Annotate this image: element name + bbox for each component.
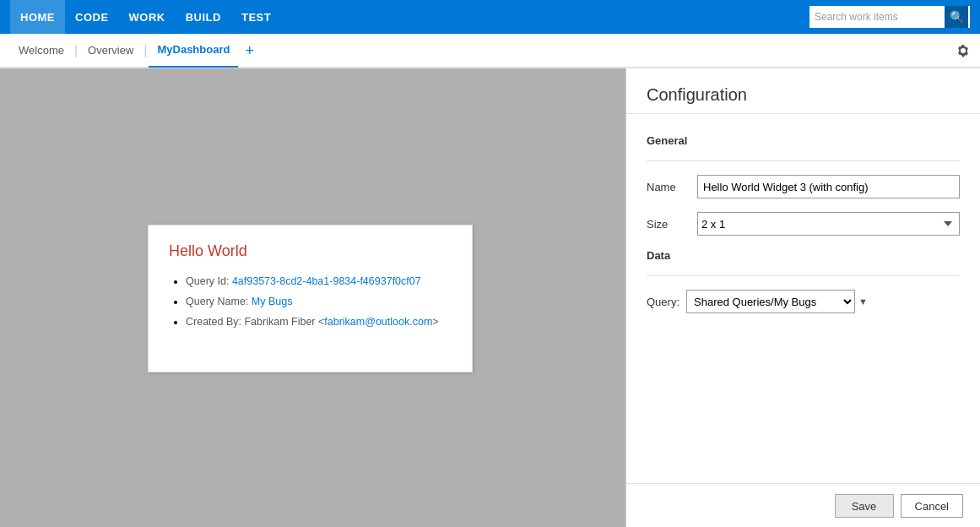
- config-body: General Name Size 2 x 1 2 x 2 4 x 1 4 x …: [626, 114, 980, 483]
- nav-build[interactable]: BUILD: [176, 0, 231, 34]
- query-id-value: 4af93573-8cd2-4ba1-9834-f46937f0cf07: [232, 275, 421, 287]
- sub-nav-add-button[interactable]: +: [238, 43, 261, 58]
- size-field: Size 2 x 1 2 x 2 4 x 1 4 x 2: [647, 212, 960, 236]
- nav-code[interactable]: CODE: [65, 0, 119, 34]
- sub-nav-overview[interactable]: Overview: [79, 34, 142, 68]
- search-button[interactable]: 🔍: [945, 6, 968, 28]
- query-label: Query:: [647, 296, 680, 308]
- widget-card: Hello World Query Id: 4af93573-8cd2-4ba1…: [148, 225, 473, 372]
- sub-nav-sep-1: |: [73, 43, 79, 58]
- sub-nav: Welcome | Overview | MyDashboard +: [0, 34, 980, 68]
- general-section-title: General: [647, 134, 960, 147]
- data-divider: [647, 275, 960, 276]
- query-id-label: Query Id:: [186, 275, 232, 287]
- name-input[interactable]: [697, 175, 960, 198]
- sub-nav-wrapper: Welcome | Overview | MyDashboard +: [0, 34, 980, 68]
- sub-nav-mydashboard[interactable]: MyDashboard: [149, 34, 238, 68]
- widget-list: Query Id: 4af93573-8cd2-4ba1-9834-f46937…: [169, 272, 452, 332]
- config-footer: Save Cancel: [626, 483, 980, 527]
- save-button[interactable]: Save: [835, 494, 894, 518]
- created-by-label: Created By: Fabrikam Fiber <: [186, 316, 324, 328]
- dashboard-area: Hello World Query Id: 4af93573-8cd2-4ba1…: [0, 68, 625, 527]
- sub-nav-welcome[interactable]: Welcome: [10, 34, 73, 68]
- query-name-value: My Bugs: [252, 296, 293, 307]
- search-box: 🔍: [809, 6, 970, 28]
- config-title: Configuration: [647, 85, 960, 105]
- widget-title: Hello World: [169, 242, 452, 260]
- query-dropdown-arrow: ▼: [858, 296, 868, 307]
- name-label: Name: [647, 181, 697, 193]
- cancel-button[interactable]: Cancel: [901, 494, 963, 518]
- nav-test[interactable]: TEST: [231, 0, 281, 34]
- list-item: Query Id: 4af93573-8cd2-4ba1-9834-f46937…: [186, 272, 452, 292]
- nav-home[interactable]: HOME: [10, 0, 65, 34]
- query-row: Query: Shared Queries/My Bugs Shared Que…: [647, 290, 960, 313]
- config-header: Configuration: [626, 68, 980, 114]
- gear-icon: [956, 44, 970, 57]
- general-divider: [647, 160, 960, 161]
- nav-work[interactable]: WORK: [119, 0, 176, 34]
- query-name-label: Query Name:: [186, 296, 252, 307]
- sub-nav-sep-2: |: [142, 43, 149, 58]
- settings-gear-button[interactable]: [946, 34, 980, 68]
- list-item: Created By: Fabrikam Fiber <fabrikam@out…: [186, 312, 452, 333]
- created-by-suffix: >: [432, 316, 438, 328]
- size-select[interactable]: 2 x 1 2 x 2 4 x 1 4 x 2: [697, 212, 960, 236]
- data-section-title: Data: [647, 249, 960, 262]
- config-panel: Configuration General Name Size 2 x 1 2 …: [625, 68, 980, 527]
- main-layout: Hello World Query Id: 4af93573-8cd2-4ba1…: [0, 68, 980, 527]
- general-section: General Name Size 2 x 1 2 x 2 4 x 1 4 x …: [647, 134, 960, 236]
- query-select[interactable]: Shared Queries/My Bugs Shared Queries/Al…: [686, 290, 855, 313]
- size-label: Size: [647, 218, 697, 231]
- top-nav: HOME CODE WORK BUILD TEST 🔍: [0, 0, 980, 34]
- data-section: Data Query: Shared Queries/My Bugs Share…: [647, 249, 960, 313]
- list-item: Query Name: My Bugs: [186, 292, 452, 312]
- created-by-email: fabrikam@outlook.com: [324, 316, 432, 328]
- name-field: Name: [647, 175, 960, 198]
- search-input[interactable]: [809, 6, 945, 28]
